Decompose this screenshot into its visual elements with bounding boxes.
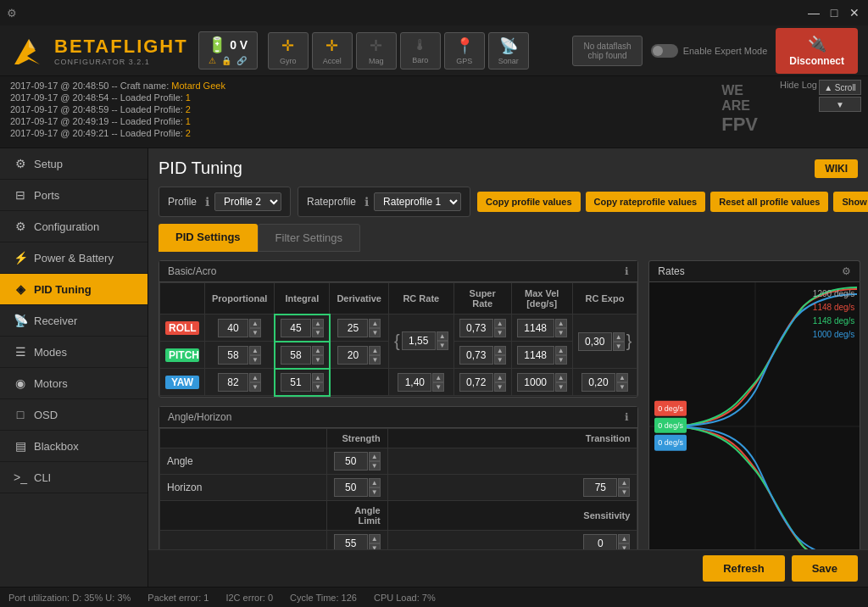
pitch-d-down[interactable]: ▼ xyxy=(369,355,381,365)
rates-settings-icon[interactable]: ⚙ xyxy=(842,265,851,277)
roll-rcrate-up[interactable]: ▲ xyxy=(437,331,448,341)
roll-p-down[interactable]: ▼ xyxy=(249,328,261,337)
angle-strength-input[interactable] xyxy=(334,452,368,471)
titlebar-settings-icon[interactable]: ⚙ xyxy=(7,7,17,19)
roll-super-rate[interactable]: ▲▼ xyxy=(453,315,511,342)
basic-acro-info[interactable]: ℹ xyxy=(625,265,629,277)
pitch-mv-up[interactable]: ▲ xyxy=(555,346,567,355)
save-button[interactable]: Save xyxy=(792,555,858,582)
copy-rateprofile-button[interactable]: Copy rateprofile values xyxy=(586,192,706,212)
pitch-mv-input[interactable] xyxy=(517,346,554,365)
horizon-transition-down[interactable]: ▼ xyxy=(618,487,630,497)
sidebar-item-pid-tuning[interactable]: ◈ PID Tuning xyxy=(0,274,147,305)
horizon-strength-up[interactable]: ▲ xyxy=(369,478,381,487)
angle-horizon-info[interactable]: ℹ xyxy=(625,411,629,423)
roll-p-up[interactable]: ▲ xyxy=(249,319,261,328)
roll-derivative[interactable]: ▲▼ xyxy=(330,315,389,342)
pitch-sr-up[interactable]: ▲ xyxy=(494,346,506,355)
yaw-p-up[interactable]: ▲ xyxy=(249,373,261,382)
yaw-rcrate-down[interactable]: ▼ xyxy=(432,382,444,392)
pitch-sr-input[interactable] xyxy=(459,346,493,365)
roll-proportional[interactable]: ▲▼ xyxy=(205,315,275,342)
profile-info-icon[interactable]: ℹ xyxy=(205,195,209,209)
roll-rc-rate[interactable]: { ▲▼ xyxy=(388,315,453,369)
pitch-max-vel[interactable]: ▲▼ xyxy=(511,342,572,369)
sidebar-item-blackbox[interactable]: ▤ Blackbox xyxy=(0,431,147,462)
roll-i-down[interactable]: ▼ xyxy=(312,328,324,337)
disconnect-button[interactable]: 🔌 Disconnect xyxy=(776,28,858,74)
roll-sr-up[interactable]: ▲ xyxy=(494,319,506,328)
yaw-p-input[interactable] xyxy=(218,373,248,392)
rateprofile-info-icon[interactable]: ℹ xyxy=(364,195,369,209)
angle-strength-up[interactable]: ▲ xyxy=(369,452,381,461)
scroll-down-button[interactable]: ▼ xyxy=(819,97,861,112)
roll-mv-up[interactable]: ▲ xyxy=(555,319,567,328)
sensor-gps[interactable]: 📍 GPS xyxy=(444,32,485,70)
roll-sr-input[interactable] xyxy=(459,319,493,337)
yaw-mv-input[interactable] xyxy=(517,373,554,392)
pitch-mv-down[interactable]: ▼ xyxy=(555,355,567,365)
pitch-super-rate[interactable]: ▲▼ xyxy=(453,342,511,369)
pitch-i-down[interactable]: ▼ xyxy=(312,355,324,365)
yaw-sr-input[interactable] xyxy=(459,373,493,392)
sidebar-item-setup[interactable]: ⚙ Setup xyxy=(0,148,147,180)
copy-profile-button[interactable]: Copy profile values xyxy=(477,192,580,212)
sensitivity-down[interactable]: ▼ xyxy=(618,543,630,550)
roll-integral[interactable]: ▲▼ xyxy=(275,315,330,342)
yaw-sr-down[interactable]: ▼ xyxy=(494,382,506,392)
roll-rcrate-down[interactable]: ▼ xyxy=(437,341,448,350)
sidebar-item-motors[interactable]: ◉ Motors xyxy=(0,368,147,399)
pitch-p-input[interactable] xyxy=(218,346,248,365)
pitch-i-up[interactable]: ▲ xyxy=(312,346,324,355)
horizon-transition-input[interactable] xyxy=(583,478,617,497)
yaw-i-up[interactable]: ▲ xyxy=(312,373,324,382)
yaw-rcrate-up[interactable]: ▲ xyxy=(432,373,444,382)
sidebar-item-power-battery[interactable]: ⚡ Power & Battery xyxy=(0,242,147,274)
sensor-baro[interactable]: 🌡 Baro xyxy=(400,32,441,70)
horizon-transition-up[interactable]: ▲ xyxy=(618,478,630,487)
angle-limit-up[interactable]: ▲ xyxy=(369,534,381,543)
pitch-sr-down[interactable]: ▼ xyxy=(494,355,506,365)
pitch-i-input[interactable] xyxy=(281,346,311,365)
wiki-button[interactable]: WIKI xyxy=(815,159,858,178)
sensor-sonar[interactable]: 📡 Sonar xyxy=(488,32,529,70)
roll-mv-down[interactable]: ▼ xyxy=(555,328,567,337)
ah-horizon-strength[interactable]: ▲▼ xyxy=(326,474,387,500)
sidebar-item-ports[interactable]: ⊟ Ports xyxy=(0,180,147,211)
roll-sr-down[interactable]: ▼ xyxy=(494,328,506,337)
ah-sensitivity-val[interactable]: ▲▼ xyxy=(387,530,637,549)
roll-d-down[interactable]: ▼ xyxy=(369,328,381,337)
tab-pid-settings[interactable]: PID Settings xyxy=(159,224,258,252)
roll-i-up[interactable]: ▲ xyxy=(312,319,324,328)
pitch-d-up[interactable]: ▲ xyxy=(369,346,381,355)
sidebar-item-cli[interactable]: >_ CLI xyxy=(0,462,147,493)
yaw-super-rate[interactable]: ▲▼ xyxy=(453,369,511,396)
pitch-p-up[interactable]: ▲ xyxy=(249,346,261,355)
sensor-gyro[interactable]: ✛ Gyro xyxy=(268,32,309,70)
reset-profile-button[interactable]: Reset all profile values xyxy=(710,192,828,212)
roll-rcexpo-input[interactable] xyxy=(578,332,612,351)
roll-rcexpo-up[interactable]: ▲ xyxy=(613,332,625,342)
yaw-integral[interactable]: ▲▼ xyxy=(275,369,330,396)
sidebar-item-configuration[interactable]: ⚙ Configuration xyxy=(0,211,147,242)
roll-rcrate-input[interactable] xyxy=(402,331,436,350)
sensor-mag[interactable]: ✛ Mag xyxy=(356,32,397,70)
roll-max-vel[interactable]: ▲▼ xyxy=(511,315,572,342)
roll-i-input[interactable] xyxy=(281,319,311,337)
maximize-button[interactable]: □ xyxy=(827,6,841,19)
yaw-rcexpo-input[interactable] xyxy=(581,373,615,392)
roll-d-up[interactable]: ▲ xyxy=(369,319,381,328)
sidebar-item-osd[interactable]: □ OSD xyxy=(0,399,147,431)
roll-rc-expo[interactable]: ▲▼ } xyxy=(572,315,637,369)
pitch-integral[interactable]: ▲▼ xyxy=(275,342,330,369)
scroll-up-button[interactable]: ▲ Scroll xyxy=(819,80,861,95)
yaw-rcrate-input[interactable] xyxy=(398,373,431,392)
roll-rcexpo-down[interactable]: ▼ xyxy=(613,342,625,351)
yaw-rc-expo[interactable]: ▲▼ xyxy=(572,369,637,396)
sidebar-item-receiver[interactable]: 📡 Receiver xyxy=(0,305,147,337)
profile-select[interactable]: Profile 1 Profile 2 Profile 3 xyxy=(214,192,281,211)
pitch-derivative[interactable]: ▲▼ xyxy=(330,342,389,369)
yaw-i-input[interactable] xyxy=(281,373,311,392)
pitch-proportional[interactable]: ▲▼ xyxy=(205,342,275,369)
ah-angle-limit-val[interactable]: ▲▼ xyxy=(326,530,387,549)
